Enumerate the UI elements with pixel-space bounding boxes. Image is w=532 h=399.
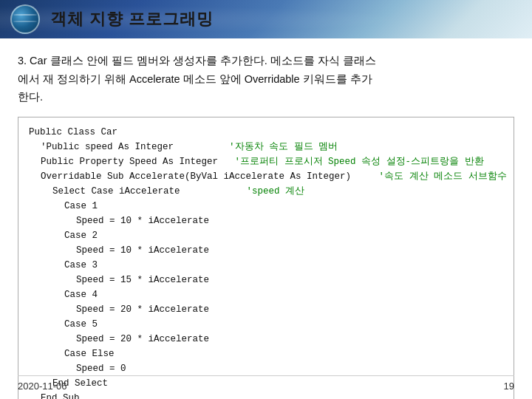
code-text: Case Else (64, 347, 115, 361)
code-text: Speed = 0 (76, 361, 126, 376)
code-comment: '프로퍼티 프로시저 Speed 속성 설정-스피트랑을 반환 (235, 154, 484, 169)
code-text: Case 3 (64, 258, 98, 273)
desc-line1: 3. Car 클래스 안에 필드 멤버와 생성자를 추가한다. 메소드를 자식 … (18, 55, 376, 66)
code-line-7: Speed = 10 * iAccelerate (29, 214, 503, 228)
footer-date: 2020-11-06 (18, 381, 67, 392)
code-line-11: Speed = 15 * iAccelerate (29, 273, 503, 287)
code-line-1: Public Class Car (29, 125, 503, 140)
code-text: Select Case iAccelerate (52, 184, 180, 199)
code-text: Speed = 10 * iAccelerate (76, 214, 209, 228)
code-line-2: 'Public speed As Integer '자동차 속도 필드 멤버 (29, 140, 503, 154)
code-text: Speed = 15 * iAccelerate (76, 273, 209, 287)
footer-page: 19 (504, 381, 514, 392)
slide-title: 객체 지향 프로그래밍 (50, 8, 214, 30)
code-line-3: Public Property Speed As Integer '프로퍼티 프… (29, 154, 503, 169)
code-line-13: Speed = 20 * iAccelerate (29, 302, 503, 317)
code-text: Speed = 20 * iAccelerate (76, 332, 209, 347)
code-line-8: Case 2 (29, 228, 503, 243)
globe-icon (10, 4, 40, 34)
header: 객체 지향 프로그래밍 (0, 0, 532, 38)
code-text: Case 2 (64, 228, 98, 243)
code-line-17: Speed = 0 (29, 361, 503, 376)
code-text: Speed = 20 * iAccelerate (76, 302, 209, 317)
code-line-12: Case 4 (29, 287, 503, 302)
code-text: Overridable Sub Accelerate(ByVal iAccele… (41, 169, 351, 184)
desc-line2: 에서 재 정의하기 위해 Accelerate 메소드 앞에 Overridab… (18, 73, 372, 85)
slide: 객체 지향 프로그래밍 3. Car 클래스 안에 필드 멤버와 생성자를 추가… (0, 0, 532, 399)
code-block: Public Class Car 'Public speed As Intege… (18, 117, 514, 399)
code-text: Public Class Car (29, 125, 117, 140)
code-text: End Sub (41, 391, 80, 399)
code-comment: 'speed 계산 (247, 184, 305, 199)
footer: 2020-11-06 19 (18, 375, 514, 392)
code-comment: '속도 계산 메소드 서브함수 (379, 169, 507, 184)
code-line-16: Case Else (29, 347, 503, 361)
code-text: 'Public speed As Integer (41, 140, 229, 154)
code-line-9: Speed = 10 * iAccelerate (29, 243, 503, 258)
code-text: Public Property Speed As Integer (41, 154, 218, 169)
code-line-5: Select Case iAccelerate 'speed 계산 (29, 184, 503, 199)
code-text: Speed = 10 * iAccelerate (76, 243, 209, 258)
description-text: 3. Car 클래스 안에 필드 멤버와 생성자를 추가한다. 메소드를 자식 … (18, 52, 514, 106)
code-line-6: Case 1 (29, 199, 503, 214)
code-comment: '자동차 속도 필드 멤버 (229, 140, 338, 154)
code-text: Case 1 (64, 199, 98, 214)
code-line-15: Speed = 20 * iAccelerate (29, 332, 503, 347)
code-line-19: End Sub (29, 391, 503, 399)
code-line-14: Case 5 (29, 317, 503, 332)
code-line-4: Overridable Sub Accelerate(ByVal iAccele… (29, 169, 503, 184)
main-content: 3. Car 클래스 안에 필드 멤버와 생성자를 추가한다. 메소드를 자식 … (0, 38, 532, 399)
code-line-10: Case 3 (29, 258, 503, 273)
desc-line3: 한다. (18, 91, 43, 103)
code-text: Case 5 (64, 317, 98, 332)
code-text: Case 4 (64, 287, 98, 302)
